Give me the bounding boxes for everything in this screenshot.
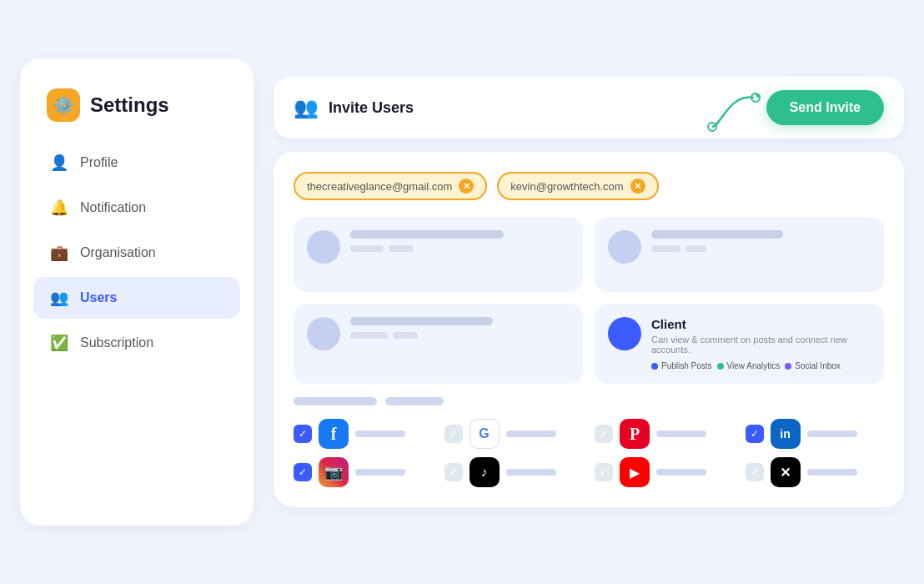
checkbox-pinterest[interactable]: ✓: [595, 425, 613, 443]
tag-label-inbox: Social Inbox: [795, 361, 840, 370]
tab-row: [294, 397, 884, 405]
invite-bar: 👥 Invite Users Send Invite: [274, 77, 904, 138]
role-card-content-1: [350, 230, 570, 252]
x-name-line: [807, 469, 857, 476]
role-name-line-1: [350, 230, 504, 239]
youtube-logo: ▶: [620, 457, 650, 487]
role-avatar-2: [608, 230, 641, 264]
role-card-1[interactable]: [294, 217, 583, 292]
role-cards-grid: Client Can view & comment on posts and c…: [294, 217, 884, 384]
sidebar-item-label: Organisation: [80, 245, 156, 260]
email-tag-1[interactable]: thecreativeglance@gmail.com ✕: [294, 172, 487, 200]
tag-dot-analytics: [717, 363, 724, 370]
role-card-3[interactable]: [294, 304, 583, 384]
notification-icon: 🔔: [50, 199, 68, 217]
profile-icon: 👤: [50, 154, 68, 172]
sub-line: [393, 332, 418, 339]
client-tags: Publish Posts View Analytics Social Inbo…: [651, 361, 871, 370]
role-card-content-2: [651, 230, 871, 252]
checkbox-x[interactable]: ✓: [746, 463, 764, 481]
sidebar-title: Settings: [90, 93, 169, 117]
role-sub-lines-3: [350, 332, 570, 339]
role-name-line-3: [350, 317, 493, 325]
email-tag-value: thecreativeglance@gmail.com: [307, 180, 452, 193]
pinterest-name-line: [656, 430, 706, 437]
sub-line: [651, 245, 680, 252]
sidebar-item-organisation[interactable]: 💼 Organisation: [33, 232, 240, 274]
client-tag-inbox: Social Inbox: [785, 361, 840, 370]
tag-label-analytics: View Analytics: [727, 361, 781, 370]
client-avatar: [608, 317, 641, 350]
checkbox-linkedin[interactable]: ✓: [746, 425, 764, 443]
checkbox-tiktok[interactable]: ✓: [444, 463, 463, 481]
role-card-2[interactable]: [595, 217, 884, 292]
sidebar-item-users[interactable]: 👥 Users: [33, 277, 240, 319]
role-avatar-1: [307, 230, 340, 264]
facebook-name-line: [355, 430, 405, 437]
sidebar-header: ⚙️ Settings: [33, 78, 240, 138]
tag-dot-publish: [651, 363, 658, 370]
tag-label-publish: Publish Posts: [661, 361, 712, 370]
social-item-linkedin[interactable]: ✓ in: [746, 419, 885, 449]
organisation-icon: 💼: [50, 244, 68, 262]
x-logo: ✕: [771, 457, 801, 487]
role-name-line-2: [651, 230, 783, 239]
checkbox-facebook[interactable]: ✓: [294, 425, 312, 443]
sub-line: [389, 245, 414, 252]
content-card: thecreativeglance@gmail.com ✕ kevin@grow…: [274, 152, 904, 507]
social-accounts-grid: ✓ f ✓ G ✓ P ✓ in: [294, 419, 884, 487]
tiktok-logo: ♪: [470, 457, 500, 487]
client-card[interactable]: Client Can view & comment on posts and c…: [595, 304, 884, 384]
tag-dot-inbox: [785, 363, 791, 370]
sidebar-item-subscription[interactable]: ✅ Subscription: [33, 322, 240, 364]
email-tag-2[interactable]: kevin@growthtech.com ✕: [497, 172, 658, 200]
send-invite-button[interactable]: Send Invite: [766, 90, 884, 125]
role-card-content-3: [350, 317, 570, 339]
users-icon: 👥: [50, 289, 68, 307]
checkbox-instagram[interactable]: ✓: [294, 463, 312, 481]
social-item-youtube[interactable]: ✓ ▶: [595, 457, 734, 487]
social-item-google[interactable]: ✓ G: [444, 419, 584, 449]
client-info: Client Can view & comment on posts and c…: [651, 317, 871, 370]
sidebar-item-label: Subscription: [80, 335, 153, 350]
sidebar-item-label: Profile: [80, 155, 118, 170]
settings-icon: ⚙️: [47, 88, 80, 122]
pinterest-logo: P: [620, 419, 650, 449]
sub-line: [350, 245, 384, 252]
invite-bar-left: 👥 Invite Users: [294, 96, 414, 119]
instagram-logo: 📷: [319, 457, 349, 487]
social-item-instagram[interactable]: ✓ 📷: [294, 457, 433, 487]
tiktok-name-line: [506, 469, 556, 476]
main-panel: 👥 Invite Users Send Invite thecreativegl…: [274, 77, 904, 507]
youtube-name-line: [656, 469, 706, 476]
sidebar-item-notification[interactable]: 🔔 Notification: [33, 187, 240, 229]
social-item-facebook[interactable]: ✓ f: [294, 419, 433, 449]
remove-email-1-button[interactable]: ✕: [459, 179, 474, 194]
social-item-x[interactable]: ✓ ✕: [746, 457, 885, 487]
role-sub-lines-2: [651, 245, 871, 252]
checkbox-google[interactable]: ✓: [444, 425, 463, 443]
tab-pill-1[interactable]: [294, 397, 377, 405]
client-description: Can view & comment on posts and connect …: [651, 335, 871, 355]
client-tag-publish: Publish Posts: [651, 361, 712, 370]
tab-pill-2[interactable]: [385, 397, 444, 405]
sidebar-item-profile[interactable]: 👤 Profile: [33, 142, 240, 184]
sidebar: ⚙️ Settings 👤 Profile 🔔 Notification 💼 O…: [20, 58, 254, 526]
email-tags-row: thecreativeglance@gmail.com ✕ kevin@grow…: [294, 172, 884, 200]
role-sub-lines-1: [350, 245, 570, 252]
checkbox-youtube[interactable]: ✓: [595, 463, 613, 481]
remove-email-2-button[interactable]: ✕: [630, 179, 645, 194]
social-item-tiktok[interactable]: ✓ ♪: [444, 457, 584, 487]
google-logo: G: [470, 419, 500, 449]
role-avatar-3: [307, 317, 340, 350]
facebook-logo: f: [319, 419, 349, 449]
linkedin-logo: in: [771, 419, 801, 449]
sidebar-item-label: Users: [80, 290, 117, 305]
instagram-name-line: [355, 469, 405, 476]
arrow-decoration: [704, 85, 771, 135]
sub-line: [350, 332, 388, 339]
social-item-pinterest[interactable]: ✓ P: [595, 419, 734, 449]
email-tag-value: kevin@growthtech.com: [510, 180, 623, 193]
sidebar-item-label: Notification: [80, 200, 146, 215]
google-name-line: [506, 430, 556, 437]
